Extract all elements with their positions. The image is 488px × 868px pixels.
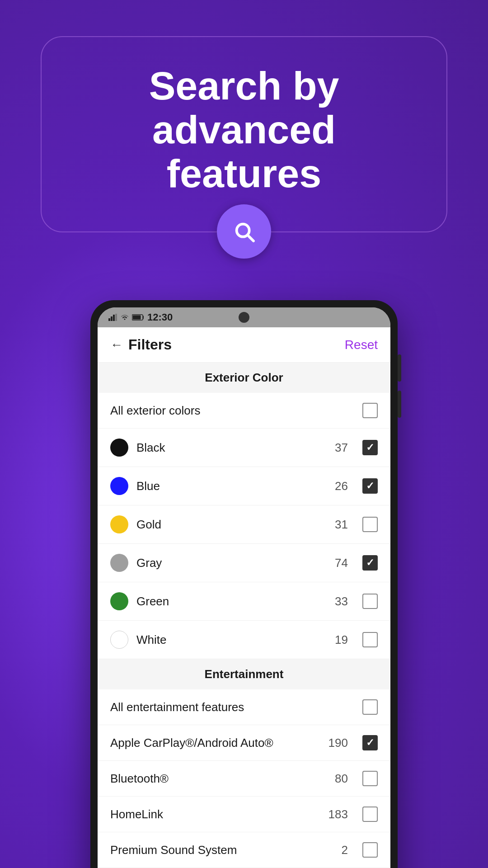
- search-icon: [231, 219, 257, 244]
- checkbox-homelink[interactable]: [362, 807, 378, 822]
- exterior-color-list: All exterior colors Black 37: [98, 393, 390, 659]
- checkbox-black[interactable]: [362, 440, 378, 455]
- svg-marker-2: [113, 315, 115, 321]
- checkbox-white[interactable]: [362, 632, 378, 647]
- app-content: ← Filters Reset Exterior Color All exter…: [98, 327, 390, 868]
- filter-label-all-exterior: All exterior colors: [110, 404, 340, 418]
- filter-count-gold: 31: [335, 518, 348, 532]
- checkbox-blue[interactable]: [362, 478, 378, 494]
- exterior-color-section-header: Exterior Color: [98, 363, 390, 393]
- checkbox-premium-sound[interactable]: [362, 842, 378, 858]
- color-dot-gray: [110, 554, 128, 572]
- hero-title: Search by advanced features: [78, 64, 410, 195]
- phone-screen: 12:30 ← Filters Reset Exte: [98, 307, 390, 868]
- back-arrow-icon: ←: [110, 338, 123, 352]
- filter-count-black: 37: [335, 441, 348, 455]
- filter-label-premium-sound: Premium Sound System: [110, 843, 333, 857]
- status-icons: 12:30: [108, 311, 173, 323]
- status-time: 12:30: [147, 311, 173, 323]
- filter-label-bluetooth: Bluetooth®: [110, 772, 327, 786]
- filter-label-gold: Gold: [136, 518, 327, 532]
- wifi-icon: [120, 314, 129, 321]
- checkbox-green[interactable]: [362, 594, 378, 609]
- filter-item-apple-carplay[interactable]: Apple CarPlay®/Android Auto® 190: [98, 725, 390, 761]
- color-dot-white: [110, 631, 128, 649]
- filter-item-all-exterior[interactable]: All exterior colors: [98, 393, 390, 429]
- color-dot-black: [110, 439, 128, 457]
- filter-label-white: White: [136, 633, 327, 647]
- filter-item-bluetooth[interactable]: Bluetooth® 80: [98, 761, 390, 797]
- filter-count-green: 33: [335, 594, 348, 609]
- back-button[interactable]: ← Filters: [110, 336, 172, 353]
- signal-icon: [108, 314, 117, 321]
- exterior-color-title: Exterior Color: [205, 371, 283, 384]
- entertainment-title: Entertainment: [205, 667, 284, 681]
- checkbox-bluetooth[interactable]: [362, 771, 378, 786]
- filter-item-black[interactable]: Black 37: [98, 429, 390, 467]
- filter-label-apple-carplay: Apple CarPlay®/Android Auto®: [110, 736, 320, 750]
- camera: [239, 312, 249, 323]
- volume-up-button: [398, 354, 401, 382]
- filter-item-gray[interactable]: Gray 74: [98, 544, 390, 582]
- svg-marker-3: [115, 314, 117, 321]
- checkbox-apple-carplay[interactable]: [362, 735, 378, 750]
- top-bar: ← Filters Reset: [98, 327, 390, 363]
- svg-rect-5: [133, 316, 141, 320]
- filter-item-green[interactable]: Green 33: [98, 582, 390, 621]
- filter-item-white[interactable]: White 19: [98, 621, 390, 659]
- filter-count-homelink: 183: [328, 807, 348, 821]
- filters-title: Filters: [128, 336, 172, 353]
- filter-count-gray: 74: [335, 556, 348, 570]
- checkbox-gold[interactable]: [362, 517, 378, 532]
- entertainment-list: All entertainment features Apple CarPlay…: [98, 689, 390, 868]
- checkbox-gray[interactable]: [362, 555, 378, 571]
- page-wrapper: Search by advanced features: [0, 0, 488, 868]
- battery-icon: [132, 314, 145, 321]
- filter-count-blue: 26: [335, 479, 348, 493]
- filter-label-blue: Blue: [136, 479, 327, 493]
- filter-label-all-entertainment: All entertainment features: [110, 700, 340, 714]
- filter-item-all-entertainment[interactable]: All entertainment features: [98, 689, 390, 725]
- filter-count-bluetooth: 80: [335, 772, 348, 786]
- svg-marker-0: [108, 318, 110, 321]
- filter-label-gray: Gray: [136, 556, 327, 570]
- filter-label-green: Green: [136, 594, 327, 609]
- filter-item-blue[interactable]: Blue 26: [98, 467, 390, 505]
- filter-count-premium-sound: 2: [342, 843, 348, 857]
- status-bar: 12:30: [98, 307, 390, 327]
- filter-item-gold[interactable]: Gold 31: [98, 505, 390, 544]
- color-dot-green: [110, 592, 128, 610]
- filter-count-white: 19: [335, 633, 348, 647]
- filter-count-apple-carplay: 190: [328, 736, 348, 750]
- search-fab[interactable]: [217, 204, 271, 259]
- svg-marker-1: [111, 316, 113, 321]
- hero-section: Search by advanced features: [0, 0, 488, 250]
- filter-label-homelink: HomeLink: [110, 807, 320, 821]
- phone-frame: 12:30 ← Filters Reset Exte: [90, 300, 398, 868]
- filter-item-homelink[interactable]: HomeLink 183: [98, 797, 390, 832]
- checkbox-all-entertainment[interactable]: [362, 699, 378, 715]
- phone-wrapper: 12:30 ← Filters Reset Exte: [90, 300, 398, 868]
- filter-item-premium-sound[interactable]: Premium Sound System 2: [98, 832, 390, 868]
- entertainment-section-header: Entertainment: [98, 659, 390, 689]
- checkbox-all-exterior[interactable]: [362, 403, 378, 418]
- hero-card: Search by advanced features: [41, 36, 447, 232]
- reset-button[interactable]: Reset: [345, 338, 378, 352]
- volume-down-button: [398, 391, 401, 418]
- color-dot-gold: [110, 515, 128, 533]
- filter-label-black: Black: [136, 441, 327, 455]
- color-dot-blue: [110, 477, 128, 495]
